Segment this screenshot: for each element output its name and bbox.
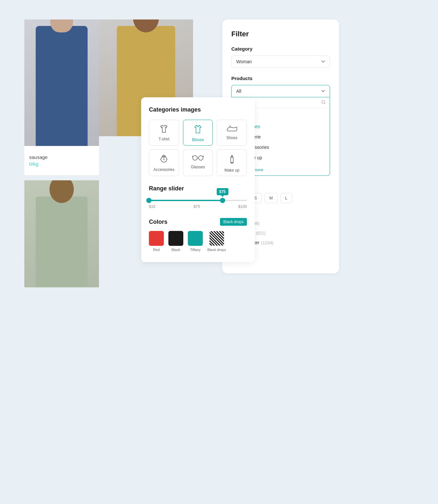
main-container: sausage 0/kg <box>24 19 414 287</box>
category-select[interactable]: Man Woman Kids <box>231 55 330 68</box>
material-polyester-count: (1234) <box>261 240 274 245</box>
shirt-figure <box>36 26 88 146</box>
colors-header: Colors Black drops <box>149 218 247 226</box>
swatch-blackdrops-color[interactable] <box>209 231 224 246</box>
range-track-container: $75 <box>149 200 247 201</box>
range-labels: $15 $75 $100 <box>149 204 247 209</box>
swatch-red-color[interactable] <box>149 231 164 246</box>
swatch-blackdrops[interactable]: Black drops <box>207 231 226 252</box>
makeup-label: Make up <box>225 168 239 173</box>
card1-info: sausage 0/kg <box>24 146 99 175</box>
svg-point-8 <box>322 101 325 103</box>
range-title: Range slider <box>149 185 247 192</box>
blouse-label: Blouse <box>192 138 204 142</box>
shirt-image <box>24 19 99 146</box>
product-card-shirt[interactable]: sausage 0/kg <box>24 19 99 175</box>
size-btn-m[interactable]: M <box>264 193 278 203</box>
colors-section: Colors Black drops Red Black <box>149 218 247 252</box>
product-price: 0/kg <box>29 161 94 167</box>
left-products: sausage 0/kg <box>24 19 99 287</box>
svg-point-3 <box>193 156 197 160</box>
right-products: Categories images T-shirt <box>99 19 193 287</box>
filter-category-section: Category Man Woman Kids <box>231 46 330 68</box>
green-woman-image <box>24 180 99 287</box>
filter-title: Filter <box>231 30 330 38</box>
range-track <box>149 200 247 201</box>
swatch-tiffany-color[interactable] <box>188 231 203 246</box>
shoes-icon <box>226 125 237 133</box>
accessories-label: Accessories <box>153 167 175 172</box>
category-section-title: Category <box>231 46 330 52</box>
range-thumb-right[interactable] <box>220 198 225 203</box>
categories-panel: Categories images T-shirt <box>141 97 255 262</box>
tshirt-label: T-shirt <box>159 137 169 141</box>
swatch-tiffany[interactable]: Tiffany <box>188 231 203 252</box>
size-btn-l[interactable]: L <box>280 193 292 203</box>
range-slider-section: Range slider $75 $15 $75 <box>149 185 247 209</box>
category-blouse[interactable]: Blouse <box>183 120 213 146</box>
blouse-icon <box>193 125 202 135</box>
search-icon <box>321 100 326 105</box>
colors-title: Colors <box>149 219 167 225</box>
category-makeup[interactable]: Make up <box>217 150 247 176</box>
range-fill <box>149 200 223 201</box>
glasses-icon <box>192 154 204 162</box>
category-shoes[interactable]: Shoes <box>217 120 247 146</box>
left-column: sausage 0/kg <box>24 19 213 287</box>
categories-title: Categories images <box>149 106 247 113</box>
svg-point-4 <box>199 156 203 160</box>
range-current-label: $75 <box>194 204 200 209</box>
product-cards-row: sausage 0/kg <box>24 19 213 287</box>
range-thumb-left[interactable] <box>146 198 152 203</box>
range-tooltip: $75 <box>216 188 228 195</box>
woman3-figure <box>36 197 88 287</box>
tshirt-icon <box>159 125 168 134</box>
category-grid: T-shirt Blouse <box>149 120 247 176</box>
shoes-label: Shoes <box>226 136 237 140</box>
range-min: $15 <box>149 204 155 209</box>
material-cotton-count: (821) <box>256 231 265 235</box>
svg-rect-5 <box>231 157 233 163</box>
category-accessories[interactable]: Accessories <box>149 150 179 176</box>
swatch-tiffany-label: Tiffany <box>190 248 201 252</box>
swatch-blackdrops-label: Black drops <box>207 248 226 252</box>
color-tooltip: Black drops <box>220 218 247 226</box>
color-swatches: Red Black Tiffany <box>149 231 247 252</box>
category-tshirt[interactable]: T-shirt <box>149 120 179 146</box>
swatch-black-color[interactable] <box>168 231 183 246</box>
svg-point-2 <box>163 159 164 160</box>
products-section-title: Products <box>231 76 330 81</box>
category-glasses[interactable]: Glasses <box>183 150 213 176</box>
swatch-black[interactable]: Black <box>168 231 183 252</box>
swatch-red[interactable]: Red <box>149 231 164 252</box>
swatch-black-label: Black <box>172 248 180 252</box>
accessories-icon <box>160 154 168 165</box>
product-card-green[interactable] <box>24 180 99 287</box>
product-name: sausage <box>29 154 94 160</box>
range-max: $100 <box>238 204 247 209</box>
products-select[interactable]: All <box>231 85 330 97</box>
swatch-red-label: Red <box>153 248 160 252</box>
glasses-label: Glasses <box>191 165 205 169</box>
makeup-icon <box>229 154 235 165</box>
